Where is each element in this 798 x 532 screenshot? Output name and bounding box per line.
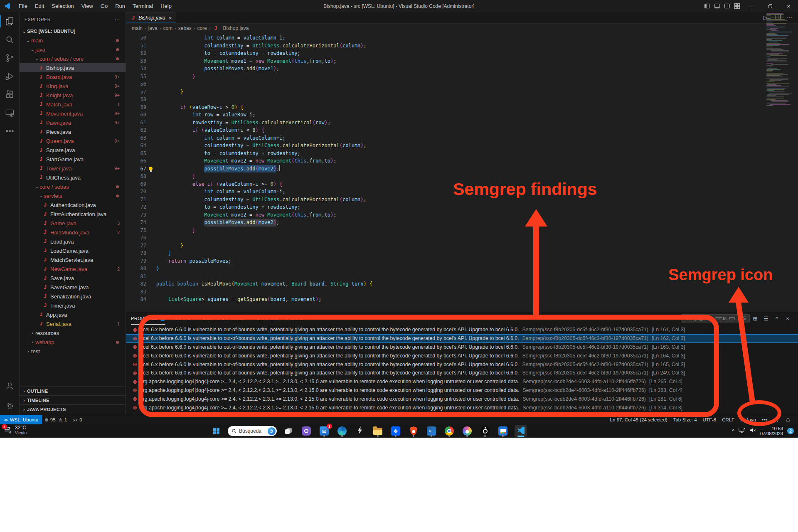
code-line-77[interactable]: 77 } (126, 242, 798, 250)
tree-file-match-java[interactable]: JMatch.java1 (20, 100, 126, 109)
breadcrumb-item[interactable]: main (132, 25, 143, 31)
code-line-78[interactable]: 78 } (126, 249, 798, 257)
problems-filter-input[interactable]: Filter (e.g. text, **/*.ts, !**/... (681, 314, 750, 323)
tree-file-knight-java[interactable]: JKnight.java9+ (20, 91, 126, 100)
run-debug-icon[interactable] (0, 67, 20, 85)
panel-tab-debug-console[interactable]: DEBUG CONSOLE (203, 312, 245, 325)
section-java-projects[interactable]: ›JAVA PROJECTS (20, 404, 126, 414)
tray-clock[interactable]: 10:53 07/08/2023 (760, 426, 783, 436)
code-line-80[interactable]: 80} (126, 265, 798, 273)
taskbar-app-vscode[interactable] (515, 425, 527, 437)
tree-file-game-java[interactable]: JGame.java3 (20, 219, 126, 228)
cursor-position[interactable]: Ln 67, Col 45 (24 selected) (607, 417, 670, 422)
code-line-54[interactable]: 54 possibleMoves.add(move1); (126, 65, 798, 73)
code-line-81[interactable]: 81 (126, 273, 798, 281)
bell-icon[interactable] (782, 417, 794, 423)
tree-file-bishop-java[interactable]: JBishop.java (20, 63, 126, 72)
problem-row[interactable]: ⊗org.apache.logging.log4j:log4j-core >= … (126, 403, 798, 412)
problem-row[interactable]: ⊗org.apache.logging.log4j:log4j-core >= … (126, 386, 798, 395)
tree-file-firstauthentication-java[interactable]: JFirstAuthentication.java (20, 209, 126, 219)
code-line-64[interactable]: 64 columndestiny = UtilChess.calculateHo… (126, 142, 798, 150)
tree-file-utilchess-java[interactable]: JUtilChess.java (20, 173, 126, 182)
code-line-66[interactable]: 66 Movement move2 = new Movement(this,fr… (126, 157, 798, 165)
tree-file-matchservlet-java[interactable]: JMatchServlet.java (20, 255, 126, 264)
breadcrumb-item[interactable]: sebas (178, 25, 192, 31)
minimap[interactable] (766, 13, 792, 125)
code-line-52[interactable]: 52 to = columndestiny + rowdestiny; (126, 49, 798, 57)
panel-tab-problems[interactable]: PROBLEMS (131, 312, 165, 325)
tray-display-icon[interactable] (739, 427, 745, 435)
breadcrumb-item[interactable]: java (148, 25, 158, 31)
tree-folder-servlets[interactable]: ⌄servlets (20, 191, 126, 200)
ports-status[interactable]: 0 (69, 415, 84, 424)
problem-row[interactable]: ⊗bcel 6.x before 6.6.0 is vulnerable to … (126, 343, 798, 352)
lightbulb-icon[interactable] (149, 167, 153, 170)
explorer-root[interactable]: ⌄ SRC [WSL: UBUNTU] (20, 27, 126, 36)
tray-expand-icon[interactable]: ^ (732, 428, 734, 434)
code-line-84[interactable]: 84 List<Square> squares = getSquares(boa… (126, 296, 798, 303)
close-button[interactable]: × (779, 0, 798, 12)
code-line-63[interactable]: 63 int column = valueColumn+i; (126, 134, 798, 142)
taskbar-app-camera[interactable] (300, 425, 313, 437)
search-icon[interactable] (0, 30, 20, 49)
tree-file-holamundo-java[interactable]: JHolaMundo.java2 (20, 228, 126, 237)
tree-file-square-java[interactable]: JSquare.java (20, 145, 126, 155)
toggle-secondary-sidebar-icon[interactable] (722, 0, 732, 12)
problem-row[interactable]: ⊗bcel 6.x before 6.6.0 is vulnerable to … (126, 334, 798, 343)
tray-volume-muted-icon[interactable] (749, 427, 756, 435)
code-line-58[interactable]: 58 (126, 96, 798, 103)
tree-folder-core-sebas[interactable]: ⌄core / sebas (20, 182, 126, 191)
encoding-indicator[interactable]: UTF-8 (700, 417, 719, 422)
tree-file-tower-java[interactable]: JTower.java9+ (20, 164, 126, 173)
account-icon[interactable] (0, 377, 20, 395)
problem-row[interactable]: ⊗bcel 6.x before 6.6.0 is vulnerable to … (126, 360, 798, 369)
tree-file-newgame-java[interactable]: JNewGame.java2 (20, 264, 126, 273)
notification-count-badge[interactable]: 2 (787, 428, 794, 434)
section-outline[interactable]: ›OUTLINE (20, 386, 126, 395)
files-icon[interactable] (0, 12, 20, 30)
restore-button[interactable] (761, 0, 779, 12)
tree-folder-test[interactable]: ›test (20, 347, 126, 356)
close-panel-icon[interactable]: × (782, 315, 793, 322)
source-control-icon[interactable] (0, 49, 20, 67)
menu-view[interactable]: View (78, 0, 97, 12)
tree-folder-java[interactable]: ⌄java (20, 45, 126, 54)
customize-layout-icon[interactable] (732, 0, 742, 12)
code-line-72[interactable]: 72 to = columndestiny + rowdestiny; (126, 203, 798, 211)
taskbar-search[interactable]: Búsquedab (228, 426, 277, 436)
weather-widget[interactable]: 1 32°C Viento (3, 425, 27, 435)
tab-close-icon[interactable]: × (169, 15, 172, 21)
code-line-71[interactable]: 71 columndestiny = UtilChess.calculateHo… (126, 196, 798, 204)
taskbar-app-photos[interactable] (497, 425, 509, 437)
minimize-button[interactable]: – (742, 0, 761, 12)
tree-folder-main[interactable]: ⌄main (20, 36, 126, 45)
tab-size-indicator[interactable]: Tab Size: 4 (670, 417, 700, 422)
taskbar-app-chrome[interactable] (443, 425, 456, 437)
panel-tab-ports[interactable]: PORTS (287, 312, 303, 325)
language-indicator[interactable]: { } Java (737, 417, 759, 422)
code-line-51[interactable]: 51 columndestiny = UtilChess.calculateHo… (126, 42, 798, 50)
tree-file-savegame-java[interactable]: JSaveGame.java (20, 283, 126, 292)
code-line-60[interactable]: 60 int row = valueRow-i; (126, 111, 798, 119)
menu-go[interactable]: Go (97, 0, 111, 12)
code-line-76[interactable]: 76 (126, 234, 798, 242)
code-line-62[interactable]: 62 if (valueColumn+i < 8) { (126, 126, 798, 134)
tree-file-piece-java[interactable]: JPiece.java (20, 127, 126, 136)
code-line-55[interactable]: 55 } (126, 73, 798, 81)
tree-file-pawn-java[interactable]: JPawn.java9+ (20, 118, 126, 127)
feedback-icon[interactable] (771, 417, 782, 423)
toggle-sidebar-icon[interactable] (702, 0, 712, 12)
collapse-all-icon[interactable]: ☰ (761, 315, 771, 322)
menu-edit[interactable]: Edit (31, 0, 48, 12)
tree-folder-resources[interactable]: ›resources (20, 328, 126, 337)
tree-file-startgame-java[interactable]: JStartGame.java (20, 155, 126, 164)
code-line-69[interactable]: 69 else if (valueColumn-i >= 0) { (126, 180, 798, 188)
maximize-panel-icon[interactable]: ^ (771, 315, 782, 322)
code-line-74[interactable]: 74 possibleMoves.add(move2); (126, 219, 798, 227)
problem-row[interactable]: ⊗bcel 6.x before 6.6.0 is vulnerable to … (126, 351, 798, 360)
tree-file-king-java[interactable]: JKing.java9+ (20, 81, 126, 91)
remote-explorer-icon[interactable] (0, 103, 20, 122)
code-editor[interactable]: 50 int column = valueColumn-i;51 columnd… (126, 32, 798, 312)
code-line-73[interactable]: 73 Movement move2 = new Movement(this,fr… (126, 211, 798, 219)
code-line-68[interactable]: 68 } (126, 172, 798, 180)
